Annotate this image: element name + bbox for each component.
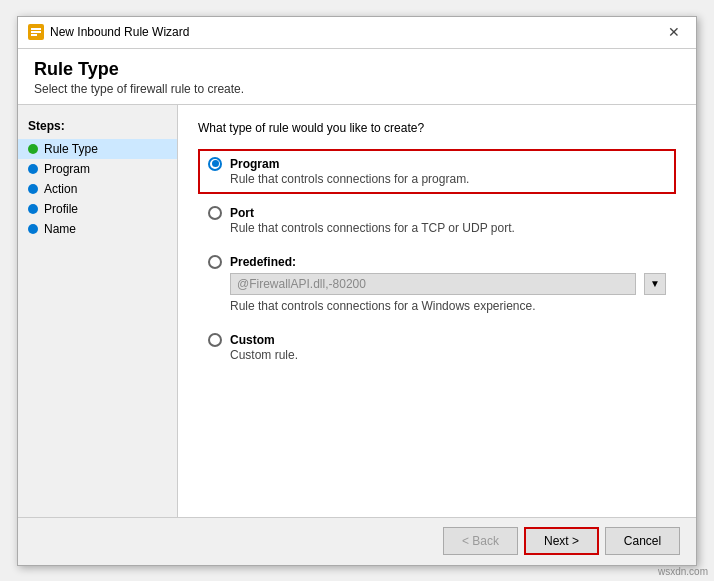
title-bar: New Inbound Rule Wizard ✕ <box>18 17 696 49</box>
option-block-predefined[interactable]: Predefined: ▼ Rule that controls connect… <box>198 247 676 321</box>
watermark: wsxdn.com <box>658 566 708 577</box>
option-label-program: Program <box>230 157 279 171</box>
close-button[interactable]: ✕ <box>662 22 686 42</box>
sidebar-item-name[interactable]: Name <box>18 219 177 239</box>
wizard-icon <box>28 24 44 40</box>
sidebar-label-action: Action <box>44 182 77 196</box>
dot-rule-type <box>28 144 38 154</box>
option-block-custom[interactable]: Custom Custom rule. <box>198 325 676 370</box>
option-block-program[interactable]: Program Rule that controls connections f… <box>198 149 676 194</box>
option-group: Program Rule that controls connections f… <box>198 149 676 374</box>
title-bar-left: New Inbound Rule Wizard <box>28 24 189 40</box>
question-text: What type of rule would you like to crea… <box>198 121 676 135</box>
option-label-custom: Custom <box>230 333 275 347</box>
option-desc-custom: Custom rule. <box>230 348 666 362</box>
page-title: Rule Type <box>34 59 680 80</box>
predefined-input[interactable] <box>230 273 636 295</box>
option-desc-predefined: Rule that controls connections for a Win… <box>230 299 666 313</box>
option-row-predefined: Predefined: <box>208 255 666 269</box>
radio-port[interactable] <box>208 206 222 220</box>
dot-name <box>28 224 38 234</box>
sidebar-item-program[interactable]: Program <box>18 159 177 179</box>
sidebar-label-rule-type: Rule Type <box>44 142 98 156</box>
option-row-custom: Custom <box>208 333 666 347</box>
svg-rect-3 <box>31 34 37 36</box>
radio-program[interactable] <box>208 157 222 171</box>
option-desc-program: Rule that controls connections for a pro… <box>230 172 666 186</box>
dot-program <box>28 164 38 174</box>
page-subtitle: Select the type of firewall rule to crea… <box>34 82 680 96</box>
cancel-button[interactable]: Cancel <box>605 527 680 555</box>
dot-action <box>28 184 38 194</box>
sidebar-label-profile: Profile <box>44 202 78 216</box>
sidebar-label-name: Name <box>44 222 76 236</box>
header-area: Rule Type Select the type of firewall ru… <box>18 49 696 105</box>
predefined-row: ▼ <box>230 273 666 295</box>
option-row-port: Port <box>208 206 666 220</box>
footer: < Back Next > Cancel <box>18 517 696 565</box>
predefined-dropdown-arrow[interactable]: ▼ <box>644 273 666 295</box>
content-area: Steps: Rule Type Program Action Profile … <box>18 105 696 517</box>
svg-rect-1 <box>31 28 41 30</box>
radio-predefined[interactable] <box>208 255 222 269</box>
option-label-predefined: Predefined: <box>230 255 296 269</box>
option-label-port: Port <box>230 206 254 220</box>
back-button[interactable]: < Back <box>443 527 518 555</box>
option-block-port[interactable]: Port Rule that controls connections for … <box>198 198 676 243</box>
sidebar-label-program: Program <box>44 162 90 176</box>
dot-profile <box>28 204 38 214</box>
window-title: New Inbound Rule Wizard <box>50 25 189 39</box>
wizard-window: New Inbound Rule Wizard ✕ Rule Type Sele… <box>17 16 697 566</box>
main-content: What type of rule would you like to crea… <box>178 105 696 517</box>
sidebar-steps-label: Steps: <box>18 115 177 139</box>
option-desc-port: Rule that controls connections for a TCP… <box>230 221 666 235</box>
radio-custom-opt[interactable] <box>208 333 222 347</box>
next-button[interactable]: Next > <box>524 527 599 555</box>
option-row-program: Program <box>208 157 666 171</box>
sidebar-item-profile[interactable]: Profile <box>18 199 177 219</box>
sidebar: Steps: Rule Type Program Action Profile … <box>18 105 178 517</box>
sidebar-item-action[interactable]: Action <box>18 179 177 199</box>
sidebar-item-rule-type[interactable]: Rule Type <box>18 139 177 159</box>
svg-rect-2 <box>31 31 41 33</box>
